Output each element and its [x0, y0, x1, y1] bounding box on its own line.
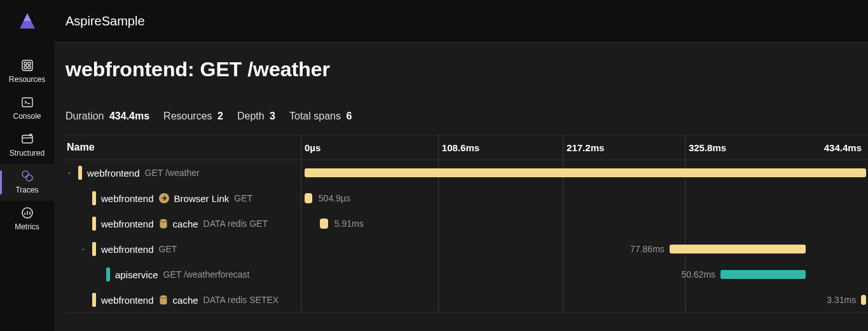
svg-point-8 [26, 175, 32, 181]
timeline-cell [301, 160, 868, 186]
traces-icon [20, 169, 34, 183]
span-resource-name: webfrontend [101, 193, 154, 204]
nav-item-console[interactable]: Console [0, 90, 54, 127]
span-duration-label: 50.62ms [681, 269, 720, 280]
span-color-bar [78, 166, 82, 180]
structured-icon [20, 132, 34, 146]
span-bar[interactable] [305, 193, 312, 203]
span-name-cell: -webfrontendGET [65, 242, 301, 256]
span-name-cell: webfrontendcacheDATA redis SETEX [65, 293, 301, 307]
svg-rect-1 [24, 62, 27, 65]
nav-label: Metrics [15, 222, 39, 231]
span-duration-label: 3.31ms [827, 295, 861, 305]
trace-row[interactable]: webfrontendcacheDATA redis GET5.91ms [65, 211, 868, 236]
nav-label: Console [13, 112, 41, 121]
svg-rect-2 [28, 62, 31, 65]
span-duration-label: 504.9µs [312, 193, 350, 203]
trace-row[interactable]: webfrontendcacheDATA redis SETEX3.31ms [65, 287, 868, 313]
column-header-name[interactable]: Name [65, 142, 301, 153]
timeline-cell: 77.86ms [301, 236, 868, 262]
span-color-bar [92, 242, 96, 256]
column-header-timeline: 0µs108.6ms217.2ms325.8ms434.4ms [301, 135, 868, 159]
trace-row[interactable]: webfrontendBrowser LinkGET504.9µs [65, 186, 868, 211]
resources-icon [20, 58, 34, 72]
arrow-right-icon [159, 193, 169, 203]
time-tick-label: 217.2ms [563, 142, 604, 153]
timeline-cell: 50.62ms [301, 262, 868, 287]
main: AspireSample webfrontend: GET /weather D… [54, 0, 868, 331]
database-icon [159, 219, 168, 229]
span-name-cell: -webfrontendGET /weather [65, 166, 301, 180]
svg-rect-4 [28, 66, 31, 69]
trace-table: Name 0µs108.6ms217.2ms325.8ms434.4ms -we… [65, 135, 868, 331]
span-bar[interactable] [670, 245, 806, 253]
span-duration-label: 77.86ms [630, 244, 670, 254]
svg-rect-3 [24, 66, 27, 69]
span-operation: GET /weather [145, 168, 200, 178]
trace-row[interactable]: -webfrontendGET /weather [65, 160, 868, 186]
timeline-cell: 3.31ms [301, 287, 868, 313]
span-color-bar [92, 217, 96, 231]
table-header: Name 0µs108.6ms217.2ms325.8ms434.4ms [65, 135, 868, 160]
time-tick-label: 325.8ms [685, 142, 726, 153]
db-target: cache [173, 295, 198, 306]
nav-item-traces[interactable]: Traces [0, 164, 54, 201]
span-color-bar [92, 293, 96, 307]
timeline-cell: 504.9µs [301, 186, 868, 211]
span-name-cell: webfrontendcacheDATA redis GET [65, 217, 301, 231]
content: webfrontend: GET /weather Duration 434.4… [54, 42, 868, 331]
app-title: AspireSample [65, 14, 145, 29]
app-logo[interactable] [17, 11, 38, 32]
svg-point-7 [22, 171, 29, 177]
span-resource-name: webfrontend [101, 295, 154, 306]
svg-rect-6 [22, 135, 32, 143]
span-operation: DATA redis SETEX [203, 295, 279, 305]
span-resource-name: webfrontend [101, 244, 154, 255]
timeline-cell: 5.91ms [301, 211, 868, 236]
time-tick-label: 0µs [301, 142, 320, 153]
table-body: -webfrontendGET /weatherwebfrontendBrows… [65, 160, 868, 313]
nav-label: Traces [15, 186, 38, 194]
span-color-bar [92, 191, 96, 205]
console-icon [20, 95, 34, 109]
stat-depth: Depth 3 [237, 111, 275, 122]
span-duration-label: 5.91ms [328, 219, 364, 229]
stat-resources: Resources 2 [163, 111, 223, 122]
collapse-toggle[interactable]: - [65, 168, 73, 178]
span-resource-name: webfrontend [87, 168, 140, 179]
span-operation: GET /weatherforecast [163, 269, 250, 280]
trace-row[interactable]: apiserviceGET /weatherforecast50.62ms [65, 262, 868, 287]
span-bar[interactable] [861, 295, 866, 305]
span-bar[interactable] [320, 219, 327, 229]
nav-item-structured[interactable]: Structured [0, 127, 54, 164]
database-icon [159, 295, 168, 305]
trace-stats: Duration 434.4ms Resources 2 Depth 3 Tot… [65, 111, 868, 122]
span-resource-name: apiservice [115, 269, 158, 280]
span-resource-name: webfrontend [101, 219, 154, 229]
nav-label: Resources [9, 75, 45, 84]
time-tick-label: 108.6ms [438, 142, 479, 153]
span-operation: GET [159, 244, 177, 254]
svg-rect-0 [22, 60, 32, 71]
time-tick-label: 434.4ms [824, 142, 862, 153]
stat-duration: Duration 434.4ms [65, 111, 149, 122]
nav-item-resources[interactable]: Resources [0, 53, 54, 90]
span-bar[interactable] [720, 270, 806, 279]
span-color-bar [106, 267, 110, 281]
span-name-cell: apiserviceGET /weatherforecast [65, 267, 301, 281]
stat-total-spans: Total spans 6 [289, 111, 352, 122]
collapse-toggle[interactable]: - [79, 244, 87, 254]
trace-row[interactable]: -webfrontendGET77.86ms [65, 236, 868, 262]
topbar: AspireSample [54, 0, 868, 42]
db-target: cache [173, 219, 198, 229]
nav-label: Structured [10, 149, 45, 158]
sidebar: Resources Console Structured Traces Metr… [0, 0, 54, 331]
span-name-cell: webfrontendBrowser LinkGET [65, 191, 301, 205]
span-operation: GET [234, 193, 252, 203]
span-bar[interactable] [305, 168, 866, 177]
page-title: webfrontend: GET /weather [65, 58, 868, 81]
nav-item-metrics[interactable]: Metrics [0, 201, 54, 238]
span-operation: DATA redis GET [203, 219, 268, 229]
metrics-icon [20, 206, 34, 220]
outgoing-target: Browser Link [174, 193, 230, 204]
